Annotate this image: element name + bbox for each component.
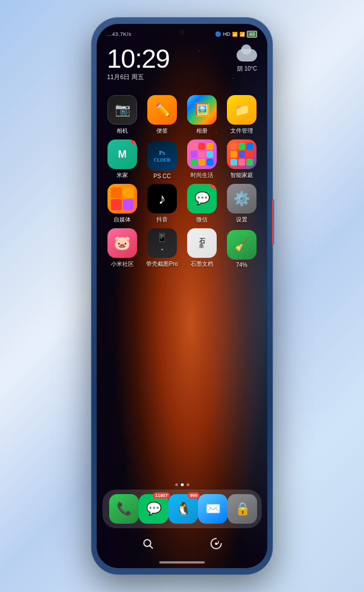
lock-dock-icon: 🔒 <box>228 494 257 524</box>
app-mijia[interactable]: M 1 米家 <box>105 139 140 179</box>
svg-point-2 <box>215 542 217 545</box>
signal-4g: 📶 <box>232 32 238 37</box>
app-settings[interactable]: ⚙️ 设置 <box>224 184 259 224</box>
shimo-label: 石墨文档 <box>191 260 213 268</box>
app-fashion[interactable]: 时尚生活 <box>184 139 220 179</box>
files-icon: 📁 <box>227 95 257 125</box>
phone-screen: ...43.7K/s 🔵 HD 📶 📶 49 10:29 11月6日 周五 <box>97 24 267 568</box>
app-screenshot[interactable]: 📱+ 带壳截图Pro <box>144 228 180 268</box>
shimo-icon: 石墨 <box>187 228 217 258</box>
app-files[interactable]: 📁 文件管理 <box>224 95 259 135</box>
settings-label: 设置 <box>236 216 247 224</box>
page-dot-1 <box>175 483 178 486</box>
app-media[interactable]: 自媒体 <box>105 184 140 224</box>
svg-line-1 <box>150 546 153 549</box>
pscc-text: PsCLOUD <box>154 149 171 163</box>
notes-icon: ✏️ <box>147 95 177 125</box>
media-icon <box>107 184 137 213</box>
front-camera <box>179 30 185 35</box>
app-notes[interactable]: ✏️ 便签 <box>144 95 180 135</box>
phone-dock-icon: 📞 <box>109 494 139 524</box>
bottom-bar <box>97 533 267 557</box>
files-label: 文件管理 <box>230 127 253 135</box>
screenshot-label: 带壳截图Pro <box>146 260 178 268</box>
app-grid: 📷 相机 ✏️ 便签 🖼️ <box>97 84 267 480</box>
media-label: 自媒体 <box>114 216 131 224</box>
dock-message[interactable]: ✉️ <box>198 494 228 524</box>
cloud-shape <box>237 49 257 61</box>
camera-icon: 📷 <box>107 95 137 125</box>
community-label: 小米社区 <box>111 260 134 268</box>
battery-icon: 49 <box>247 31 257 38</box>
app-photos[interactable]: 🖼️ 相册 <box>184 95 220 135</box>
app-pscc[interactable]: PsCLOUD PS CC <box>144 141 180 179</box>
network-speed: ...43.7K/s <box>107 31 131 37</box>
wechat-badge: 1 <box>210 184 217 188</box>
app-cleaner[interactable]: 🧹 74% <box>224 230 259 268</box>
app-shimo[interactable]: 石墨 石墨文档 <box>184 228 220 268</box>
app-row-4: 🐷 小米社区 📱+ 带壳截图Pro 石墨 <box>102 228 262 268</box>
app-smarthome[interactable]: 智能家庭 <box>224 139 259 179</box>
date-display: 11月6日 周五 <box>107 73 169 81</box>
qq-dock-badge: 999 <box>188 492 200 499</box>
wechat-label: 微信 <box>196 216 208 224</box>
assistant-button[interactable] <box>208 535 225 552</box>
mijia-icon: M 1 <box>107 139 137 169</box>
notes-label: 便签 <box>156 127 168 135</box>
cleaner-label: 74% <box>236 262 247 268</box>
home-bar <box>159 561 205 564</box>
app-wechat[interactable]: 💬 1 微信 <box>184 184 220 224</box>
shimo-text: 石墨 <box>199 238 205 249</box>
weather-block: 阴 10°C <box>237 46 257 73</box>
page-dot-3 <box>187 483 189 486</box>
smarthome-label: 智能家庭 <box>230 171 253 179</box>
phone-frame: ...43.7K/s 🔵 HD 📶 📶 49 10:29 11月6日 周五 <box>91 17 273 575</box>
smarthome-icon <box>227 139 257 169</box>
message-dock-icon: ✉️ <box>198 494 228 524</box>
media-grid <box>107 184 137 213</box>
signal-4g2: 📶 <box>239 32 245 37</box>
photos-label: 相册 <box>196 127 208 135</box>
dock-qq[interactable]: 🐧 999 <box>168 494 198 524</box>
app-row-2: M 1 米家 PsCLOUD PS CC <box>102 139 262 179</box>
page-dots <box>97 480 267 490</box>
camera-label: 相机 <box>117 127 128 135</box>
douyin-icon: ♪ <box>147 184 177 213</box>
app-row-1: 📷 相机 ✏️ 便签 🖼️ <box>102 95 262 135</box>
cleaner-icon: 🧹 <box>227 230 257 260</box>
dock-phone[interactable]: 📞 <box>109 494 139 524</box>
mijia-label: 米家 <box>117 171 128 179</box>
screenshot-icon: 📱+ <box>147 228 177 258</box>
fashion-icon <box>187 139 217 169</box>
pscc-icon: PsCLOUD <box>147 141 177 171</box>
page-dot-2 <box>181 483 184 486</box>
side-button-indicator <box>272 199 274 245</box>
clock-time: 10:29 <box>107 46 169 72</box>
screen-content: ...43.7K/s 🔵 HD 📶 📶 49 10:29 11月6日 周五 <box>97 24 267 568</box>
pscc-label: PS CC <box>154 173 171 179</box>
app-community[interactable]: 🐷 小米社区 <box>105 228 140 268</box>
dock: 📞 💬 11807 🐧 999 <box>102 490 262 528</box>
fashion-label: 时尚生活 <box>191 171 213 179</box>
bluetooth-icon: 🔵 <box>215 31 221 37</box>
weather-icon <box>237 48 257 64</box>
dock-wechat[interactable]: 💬 11807 <box>139 494 168 524</box>
app-row-3: 自媒体 ♪ 抖音 💬 1 微信 <box>102 184 262 224</box>
time-weather-block: 10:29 11月6日 周五 阴 10°C <box>97 41 267 84</box>
wechat-dock-badge: 11807 <box>153 492 170 499</box>
time-block: 10:29 11月6日 周五 <box>107 46 169 81</box>
mijia-badge: 1 <box>131 139 137 144</box>
settings-icon: ⚙️ <box>227 184 257 213</box>
photos-icon: 🖼️ <box>187 95 217 125</box>
home-indicator <box>97 557 267 568</box>
status-icons: 🔵 HD 📶 📶 49 <box>215 31 257 38</box>
douyin-label: 抖音 <box>156 216 168 224</box>
app-douyin[interactable]: ♪ 抖音 <box>144 184 180 224</box>
dock-lock[interactable]: 🔒 <box>228 494 257 524</box>
app-camera[interactable]: 📷 相机 <box>105 95 140 135</box>
signal-bars: HD <box>223 31 230 37</box>
smarthome-grid <box>227 139 257 169</box>
wechat-icon: 💬 1 <box>187 184 217 213</box>
search-button[interactable] <box>139 535 156 552</box>
weather-temp: 阴 10°C <box>237 65 257 73</box>
